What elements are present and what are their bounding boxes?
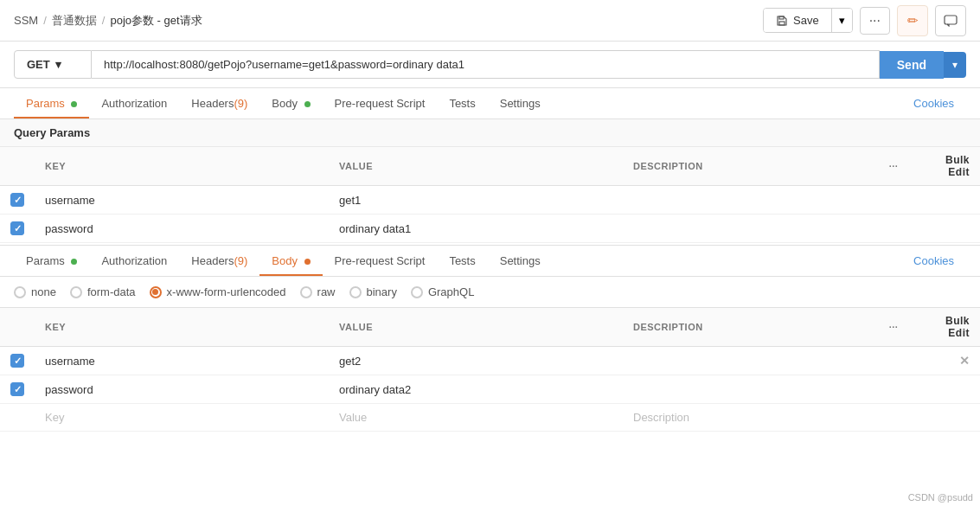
save-icon <box>776 15 788 27</box>
body-params-table: KEY VALUE DESCRIPTION ··· Bulk Edit user… <box>0 308 980 432</box>
row2-key-body: password <box>45 383 93 396</box>
tab-cookies-top[interactable]: Cookies <box>901 88 966 118</box>
th-bulk-top[interactable]: Bulk Edit <box>911 147 980 186</box>
radio-form-data[interactable]: form-data <box>70 285 136 298</box>
tab-body-top[interactable]: Body <box>259 88 322 118</box>
radio-graphql[interactable]: GraphQL <box>411 285 474 298</box>
top-bar: SSM / 普通数据 / pojo参数 - get请求 Save ▾ ··· ✏ <box>0 0 980 42</box>
url-input[interactable] <box>92 50 880 79</box>
tab-cookies-bottom[interactable]: Cookies <box>901 246 966 276</box>
tab-headers-label-bottom: Headers <box>191 254 234 267</box>
tab-body-label-top: Body <box>272 97 298 110</box>
tab-tests-top[interactable]: Tests <box>437 88 487 118</box>
tab-prerequest-top[interactable]: Pre-request Script <box>323 88 438 118</box>
send-chevron-button[interactable]: ▾ <box>944 52 966 78</box>
params-dot-top <box>71 101 77 107</box>
params-dot-bottom <box>71 259 77 265</box>
row1-value-body: get2 <box>339 355 361 368</box>
radio-graphql-circle <box>411 286 423 298</box>
row1-checkbox-top[interactable] <box>10 193 24 207</box>
radio-binary-circle <box>349 286 362 298</box>
breadcrumb: SSM / 普通数据 / pojo参数 - get请求 <box>14 13 202 29</box>
tab-params-bottom[interactable]: Params <box>14 246 89 276</box>
radio-form-data-label: form-data <box>87 285 136 298</box>
tab-params-top[interactable]: Params <box>14 88 89 118</box>
method-label: GET <box>27 58 50 71</box>
tab-auth-label-top: Authorization <box>101 97 167 110</box>
tab-tests-bottom[interactable]: Tests <box>437 246 487 276</box>
tab-prerequest-label-bottom: Pre-request Script <box>335 254 426 267</box>
radio-raw[interactable]: raw <box>300 285 336 298</box>
method-select[interactable]: GET ▾ <box>14 50 92 79</box>
save-group: Save ▾ <box>763 8 853 33</box>
bottom-tabs: Params Authorization Headers(9) Body Pre… <box>0 245 980 277</box>
th-actions-body: ··· <box>876 308 911 347</box>
pencil-icon: ✏ <box>907 13 919 29</box>
radio-urlencoded[interactable]: x-www-form-urlencoded <box>150 285 286 298</box>
tab-headers-count-bottom: (9) <box>234 254 247 267</box>
breadcrumb-sep1: / <box>43 14 47 27</box>
breadcrumb-active: pojo参数 - get请求 <box>110 13 202 29</box>
tab-auth-top[interactable]: Authorization <box>89 88 179 118</box>
row1-checkbox-body[interactable] <box>10 354 24 368</box>
th-key-top: KEY <box>35 147 329 186</box>
row1-delete-body[interactable]: ✕ <box>959 354 970 368</box>
svg-rect-2 <box>945 16 957 24</box>
tab-tests-label-bottom: Tests <box>449 254 475 267</box>
placeholder-value[interactable]: Value <box>339 411 367 424</box>
tab-auth-bottom[interactable]: Authorization <box>89 246 179 276</box>
tab-auth-label-bottom: Authorization <box>101 254 167 267</box>
tab-headers-label-top: Headers <box>191 97 234 110</box>
radio-binary-label: binary <box>367 285 397 298</box>
th-bulk-body[interactable]: Bulk Edit <box>911 308 980 347</box>
radio-none-circle <box>14 286 26 298</box>
url-bar: GET ▾ Send ▾ <box>0 42 980 88</box>
th-desc-body: DESCRIPTION <box>623 308 876 347</box>
th-value-top: VALUE <box>329 147 623 186</box>
more-options-button[interactable]: ··· <box>860 7 890 35</box>
tab-settings-top[interactable]: Settings <box>488 88 553 118</box>
send-button[interactable]: Send <box>880 51 944 79</box>
tab-headers-count-top: (9) <box>234 97 247 110</box>
radio-raw-circle <box>300 286 312 298</box>
tab-cookies-label-bottom: Cookies <box>913 254 954 267</box>
breadcrumb-part1: SSM <box>14 14 38 27</box>
top-actions: Save ▾ ··· ✏ <box>763 5 966 36</box>
table-row: password ordinary data1 <box>0 215 980 243</box>
svg-rect-1 <box>779 16 784 19</box>
row2-checkbox-top[interactable] <box>10 221 24 235</box>
tab-body-bottom[interactable]: Body <box>259 246 322 276</box>
tab-prerequest-label-top: Pre-request Script <box>335 97 426 110</box>
tab-settings-bottom[interactable]: Settings <box>488 246 553 276</box>
comment-button[interactable] <box>935 5 966 36</box>
tab-body-label-bottom: Body <box>272 254 298 267</box>
th-key-body: KEY <box>35 308 329 347</box>
radio-raw-label: raw <box>317 285 336 298</box>
tab-prerequest-bottom[interactable]: Pre-request Script <box>323 246 438 276</box>
placeholder-desc[interactable]: Description <box>633 411 689 424</box>
top-tabs: Params Authorization Headers(9) Body Pre… <box>0 88 980 119</box>
tab-settings-label-bottom: Settings <box>500 254 541 267</box>
query-params-label: Query Params <box>14 126 90 139</box>
tab-params-label-bottom: Params <box>26 254 65 267</box>
placeholder-key[interactable]: Key <box>45 411 64 424</box>
table-row: username get1 <box>0 186 980 215</box>
radio-none[interactable]: none <box>14 285 56 298</box>
tab-headers-top[interactable]: Headers(9) <box>179 88 259 118</box>
radio-urlencoded-label: x-www-form-urlencoded <box>167 285 286 298</box>
radio-none-label: none <box>31 285 56 298</box>
table-row: password ordinary data2 <box>0 375 980 404</box>
save-button[interactable]: Save <box>764 9 831 32</box>
row1-key-body: username <box>45 355 95 368</box>
method-chevron-icon: ▾ <box>55 58 61 71</box>
row1-key-top: username <box>45 194 95 207</box>
edit-button[interactable]: ✏ <box>897 5 928 36</box>
tab-headers-bottom[interactable]: Headers(9) <box>179 246 259 276</box>
tab-tests-label-top: Tests <box>449 97 475 110</box>
send-label: Send <box>897 58 926 72</box>
radio-binary[interactable]: binary <box>349 285 397 298</box>
breadcrumb-sep2: / <box>102 14 106 27</box>
save-chevron-button[interactable]: ▾ <box>831 9 852 32</box>
breadcrumb-part2: 普通数据 <box>52 13 97 29</box>
row2-checkbox-body[interactable] <box>10 382 24 396</box>
